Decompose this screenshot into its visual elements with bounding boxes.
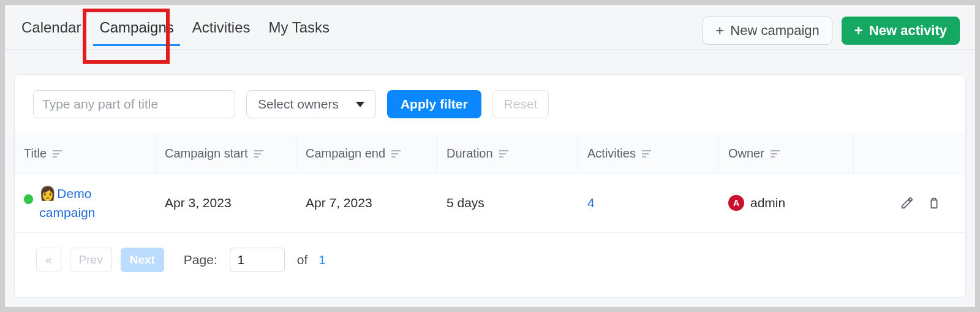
table-row: 👩Demo campaign Apr 3, 2023 Apr 7, 2023 5… bbox=[15, 173, 965, 233]
total-pages[interactable]: 1 bbox=[318, 253, 326, 267]
sort-icon bbox=[642, 150, 651, 158]
next-page-button[interactable]: Next bbox=[121, 248, 164, 272]
status-dot bbox=[24, 194, 33, 204]
owner-name: admin bbox=[750, 196, 785, 210]
select-owners-dropdown[interactable]: Select owners bbox=[246, 90, 376, 118]
tab-my-tasks[interactable]: My Tasks bbox=[262, 12, 337, 50]
page-label: Page: bbox=[184, 253, 217, 267]
of-label: of bbox=[297, 253, 308, 267]
first-page-button[interactable]: « bbox=[36, 248, 61, 272]
col-title[interactable]: Title bbox=[15, 134, 156, 173]
page-number-input[interactable] bbox=[230, 248, 285, 272]
col-owner[interactable]: Owner bbox=[719, 134, 854, 173]
tabs: Calendar Campaigns Activities My Tasks bbox=[14, 12, 337, 50]
tab-activities[interactable]: Activities bbox=[185, 12, 258, 50]
edit-icon[interactable] bbox=[900, 196, 914, 210]
plus-icon: + bbox=[854, 23, 863, 38]
cell-start: Apr 3, 2023 bbox=[156, 185, 296, 221]
owner-avatar: A bbox=[728, 195, 744, 211]
new-campaign-button[interactable]: + New campaign bbox=[703, 17, 832, 45]
campaigns-panel: Select owners Apply filter Reset Title C… bbox=[14, 74, 966, 298]
sort-icon bbox=[771, 150, 780, 158]
col-campaign-start[interactable]: Campaign start bbox=[156, 134, 296, 173]
sort-icon bbox=[254, 150, 263, 158]
sort-icon bbox=[53, 150, 62, 158]
chevron-down-icon bbox=[356, 102, 364, 107]
col-activities[interactable]: Activities bbox=[578, 134, 719, 173]
new-activity-button[interactable]: + New activity bbox=[842, 17, 960, 45]
plus-icon: + bbox=[715, 23, 724, 38]
sort-icon bbox=[499, 150, 508, 158]
new-activity-label: New activity bbox=[869, 23, 947, 39]
activities-count-link[interactable]: 4 bbox=[587, 196, 595, 210]
col-actions bbox=[854, 134, 958, 173]
reset-filter-button[interactable]: Reset bbox=[492, 90, 549, 118]
col-duration[interactable]: Duration bbox=[437, 134, 578, 173]
table-header: Title Campaign start Campaign end Durati… bbox=[15, 134, 965, 173]
cell-duration: 5 days bbox=[437, 185, 578, 221]
campaign-title-link[interactable]: 👩Demo campaign bbox=[39, 185, 146, 221]
prev-page-button[interactable]: Prev bbox=[70, 248, 112, 272]
title-search-input[interactable] bbox=[33, 90, 235, 118]
tab-calendar[interactable]: Calendar bbox=[14, 12, 88, 50]
campaign-emoji: 👩 bbox=[39, 186, 56, 201]
apply-filter-button[interactable]: Apply filter bbox=[387, 90, 481, 118]
new-campaign-label: New campaign bbox=[730, 23, 820, 39]
filters-bar: Select owners Apply filter Reset bbox=[15, 75, 965, 134]
select-owners-label: Select owners bbox=[258, 97, 339, 112]
pagination: « Prev Next Page: of 1 bbox=[15, 233, 965, 287]
sort-icon bbox=[391, 150, 401, 158]
delete-icon[interactable] bbox=[927, 196, 941, 210]
tab-campaigns[interactable]: Campaigns bbox=[92, 12, 181, 50]
cell-end: Apr 7, 2023 bbox=[296, 185, 437, 221]
col-campaign-end[interactable]: Campaign end bbox=[296, 134, 437, 173]
